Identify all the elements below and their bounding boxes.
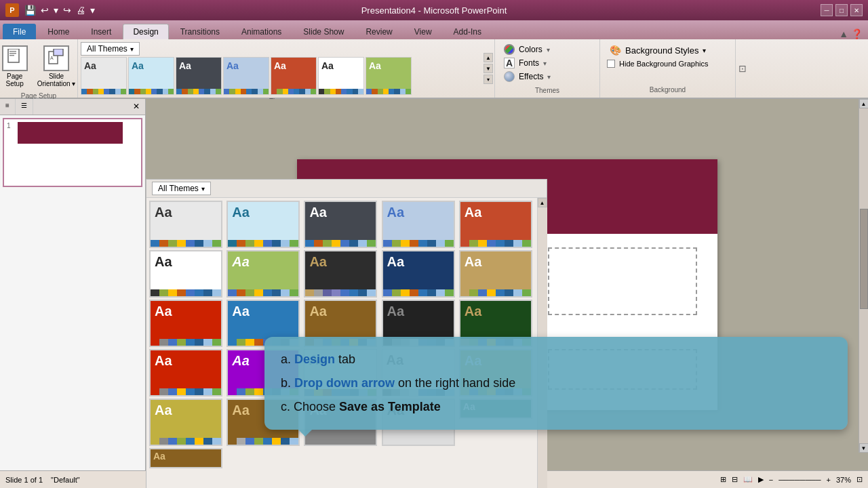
- tab-transitions[interactable]: Transitions: [170, 24, 230, 39]
- theme-austin[interactable]: Aa: [226, 250, 300, 298]
- background-styles-icon: 🎨: [610, 45, 621, 56]
- themes-scroll-more[interactable]: ▾: [484, 75, 493, 84]
- theme-essential-colorbar: [151, 388, 221, 395]
- all-themes-label: All Themes: [87, 44, 127, 54]
- theme-apex[interactable]: Aa: [382, 201, 455, 248]
- tab-review[interactable]: Review: [355, 24, 402, 39]
- zoom-in-button[interactable]: +: [827, 476, 831, 484]
- themes-scroll-down[interactable]: ▼: [484, 64, 493, 73]
- theme-black-tie[interactable]: Aa: [304, 250, 377, 298]
- redo-button[interactable]: ↪: [62, 3, 73, 17]
- theme-office[interactable]: Aa: [149, 201, 222, 248]
- theme-item-3[interactable]: Aa: [223, 57, 269, 95]
- tooltip-line2-rest: on the right hand side: [398, 376, 515, 390]
- theme-angles[interactable]: Aa: [304, 201, 377, 248]
- maximize-button[interactable]: □: [835, 4, 848, 16]
- tab-insert[interactable]: Insert: [81, 24, 121, 39]
- ribbon-tabs: File Home Insert Design Transitions Anim…: [0, 20, 868, 39]
- slide-thumbnail-1[interactable]: 1: [3, 118, 142, 187]
- tab-file[interactable]: File: [3, 24, 36, 39]
- tab-animations[interactable]: Animations: [231, 24, 292, 39]
- slide-placeholder-1[interactable]: [548, 247, 697, 315]
- theme-angles-colorbar: [305, 240, 376, 247]
- effects-button[interactable]: Effects ▾: [502, 70, 593, 83]
- tab-view[interactable]: View: [404, 24, 442, 39]
- theme-office-colorbar: [151, 240, 221, 247]
- hide-background-checkbox[interactable]: Hide Background Graphics: [607, 60, 728, 68]
- view-normal-icon[interactable]: ⊞: [720, 475, 726, 484]
- page-setup-button[interactable]: PageSetup: [0, 43, 31, 89]
- status-right: ⊞ ⊟ 📖 ▶ − ──────── + 37% ⊡: [720, 475, 863, 484]
- panel-tab-slides[interactable]: ≡: [0, 99, 16, 115]
- theme-clarity[interactable]: Aa: [459, 250, 532, 298]
- window-title: Presentation4 - Microsoft PowerPoint: [361, 5, 507, 16]
- format-dialog-button[interactable]: ⊡: [735, 39, 749, 98]
- panel-tab-outline[interactable]: ☰: [16, 99, 33, 115]
- fonts-dropdown-arrow: ▾: [543, 60, 547, 67]
- help-button[interactable]: ❓: [851, 28, 863, 39]
- all-themes-dropdown[interactable]: All Themes ▾: [81, 42, 140, 56]
- slides-list: 1: [0, 115, 145, 470]
- theme-item-2[interactable]: Aa: [176, 57, 222, 95]
- effects-icon: [504, 71, 515, 82]
- view-presenter-icon[interactable]: ▶: [758, 475, 764, 484]
- fit-window-button[interactable]: ⊡: [856, 475, 863, 484]
- hide-bg-checkbox-box: [607, 60, 615, 68]
- slide-orientation-button[interactable]: A SlideOrientation ▾: [35, 43, 79, 89]
- panel-close-button[interactable]: ✕: [127, 99, 145, 115]
- theme-item-4[interactable]: Aa: [271, 57, 317, 95]
- tooltip-line1-a: a.: [281, 352, 294, 366]
- theme-item-1[interactable]: Aa: [128, 57, 174, 95]
- themes-dropdown-arrow: ▾: [130, 45, 134, 53]
- theme-apothecary[interactable]: Aa: [459, 201, 532, 248]
- format-dialog-icon: ⊡: [738, 63, 747, 74]
- theme-row6-2[interactable]: Aa: [149, 448, 222, 468]
- theme-essential[interactable]: Aa: [149, 349, 222, 396]
- theme-indicator: "Default": [51, 476, 80, 484]
- scrollbar-up-arrow[interactable]: ▲: [859, 99, 869, 108]
- tab-home[interactable]: Home: [37, 24, 79, 39]
- undo-button[interactable]: ↩: [39, 3, 50, 17]
- undo-dropdown[interactable]: ▾: [52, 3, 60, 17]
- title-bar: P 💾 ↩ ▾ ↪ 🖨 ▾ Presentation4 - Microsoft …: [0, 0, 868, 20]
- tab-addins[interactable]: Add-Ins: [443, 24, 492, 39]
- theme-adjacency[interactable]: Aa: [226, 201, 300, 248]
- scrollbar-track: [859, 108, 869, 443]
- theme-item-6[interactable]: Aa: [366, 57, 412, 95]
- window-controls: ─ □ ✕: [821, 4, 863, 16]
- background-styles-button[interactable]: 🎨 Background Styles ▾: [607, 43, 728, 57]
- theme-composite[interactable]: Aa: [149, 300, 222, 347]
- theme-color-bar-4: [271, 89, 316, 94]
- colors-button[interactable]: Colors ▾: [502, 43, 593, 56]
- slide-count: Slide 1 of 1: [5, 476, 43, 484]
- themes-popup-dropdown[interactable]: All Themes ▾: [152, 182, 211, 195]
- theme-aspect[interactable]: Aa: [149, 250, 222, 298]
- zoom-out-button[interactable]: −: [769, 476, 773, 484]
- print-preview-button[interactable]: 🖨: [75, 3, 87, 17]
- view-reading-icon[interactable]: 📖: [743, 475, 753, 484]
- slide-orientation-icon: A: [43, 45, 69, 71]
- quick-access-dropdown[interactable]: ▾: [89, 3, 96, 17]
- theme-apex-colorbar: [383, 240, 454, 247]
- theme-color-bar-1: [129, 89, 174, 94]
- view-slide-sorter-icon[interactable]: ⊟: [732, 475, 738, 484]
- ribbon-collapse-btn[interactable]: ▲: [839, 28, 848, 39]
- close-button[interactable]: ✕: [850, 4, 863, 16]
- themes-scroll-up-btn[interactable]: ▲: [538, 198, 547, 207]
- zoom-slider[interactable]: ────────: [778, 476, 821, 484]
- theme-item-5[interactable]: Aa: [318, 57, 364, 95]
- theme-row5-1[interactable]: Aa: [149, 399, 222, 446]
- fonts-button[interactable]: A Fonts ▾: [502, 57, 593, 69]
- themes-scroll-up[interactable]: ▲: [484, 53, 493, 62]
- fonts-label: Fonts: [519, 58, 539, 68]
- themes-options-group-label: Themes: [502, 84, 593, 94]
- tab-design[interactable]: Design: [123, 24, 168, 39]
- tooltip-line2-a: b.: [281, 376, 294, 390]
- minimize-button[interactable]: ─: [821, 4, 833, 16]
- theme-item-0[interactable]: Aa: [81, 57, 127, 95]
- tab-slideshow[interactable]: Slide Show: [293, 24, 354, 39]
- colors-label: Colors: [519, 45, 542, 54]
- save-button[interactable]: 💾: [23, 3, 37, 17]
- theme-civic[interactable]: Aa: [382, 250, 455, 298]
- scrollbar-down-arrow[interactable]: ▼: [859, 443, 869, 453]
